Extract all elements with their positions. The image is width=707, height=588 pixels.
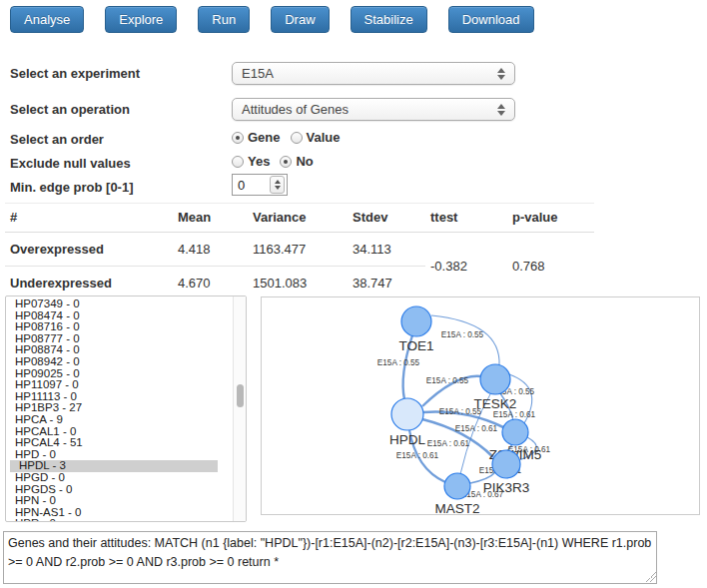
order-gene-radio-label: Gene xyxy=(248,130,281,145)
row-name: Overexpressed xyxy=(5,233,173,267)
edge-label: E15A : 0.55 xyxy=(377,358,420,367)
exclude-yes-radio[interactable] xyxy=(232,156,244,168)
col-header-ttest: ttest xyxy=(425,204,507,233)
gene-list-item[interactable]: HPCAL4 - 51 xyxy=(6,437,232,449)
toolbar-button-analyse[interactable]: Analyse xyxy=(10,6,84,33)
operation-label: Select an operation xyxy=(10,102,130,117)
row-mean: 4.670 xyxy=(173,267,248,300)
toolbar-button-draw[interactable]: Draw xyxy=(271,6,329,33)
col-header-hash: # xyxy=(5,204,173,233)
exclude-null-radio-group: Yes No xyxy=(232,154,320,169)
row-variance: 1501.083 xyxy=(248,267,348,300)
gene-list-item[interactable]: HP07349 - 0 xyxy=(6,298,232,310)
network-node-hpdl[interactable] xyxy=(391,398,423,430)
edge-label: E15A : 0.61 xyxy=(396,451,439,460)
network-edge xyxy=(431,315,499,365)
experiment-label: Select an experiment xyxy=(10,66,140,81)
network-node-mast2[interactable] xyxy=(444,473,470,499)
gene-list-item[interactable]: HP08942 - 0 xyxy=(6,356,232,368)
toolbar-button-run[interactable]: Run xyxy=(198,6,250,33)
edge-label: E15A : 0.61 xyxy=(455,424,498,433)
order-radio-group: Gene Value xyxy=(232,130,346,145)
col-header-variance: Variance xyxy=(248,204,348,233)
network-node-label: TOE1 xyxy=(398,338,433,353)
pvalue-value: 0.768 xyxy=(507,233,594,300)
edge-label: E15A : 0.55 xyxy=(426,376,469,385)
gene-list: HP07349 - 0HP08474 - 0HP08716 - 0HP08777… xyxy=(6,298,232,521)
row-name: Underexpressed xyxy=(5,267,173,300)
scrollbar-thumb[interactable] xyxy=(237,384,244,407)
network-panel: E15A : 0.55E15A : 0.55E15A : 0.55E15A : … xyxy=(261,296,700,515)
row-variance: 1163.477 xyxy=(248,233,348,267)
network-node-toe1[interactable] xyxy=(401,306,431,336)
network-node-label: TESK2 xyxy=(474,396,517,411)
network-node-tesk2[interactable] xyxy=(480,364,510,394)
chevron-up-down-icon xyxy=(497,68,505,80)
min-edge-prob-input[interactable]: 0 xyxy=(232,174,288,196)
exclude-yes-radio-label: Yes xyxy=(248,154,270,169)
app-root: AnalyseExploreRunDrawStabilizeDownload S… xyxy=(0,0,707,588)
gene-list-item[interactable]: HPN - 0 xyxy=(6,495,232,507)
order-value-radio-label: Value xyxy=(307,130,341,145)
gene-list-item[interactable]: HPGD - 0 xyxy=(6,472,232,484)
gene-list-item[interactable]: HPCA - 9 xyxy=(6,414,232,426)
toolbar-button-download[interactable]: Download xyxy=(448,6,534,33)
gene-listbox[interactable]: HP07349 - 0HP08474 - 0HP08716 - 0HP08777… xyxy=(5,295,247,522)
col-header-mean: Mean xyxy=(173,204,248,233)
min-edge-prob-value: 0 xyxy=(238,178,245,193)
row-stdev: 34.113 xyxy=(348,233,425,267)
col-header-stdev: Stdev xyxy=(348,204,425,233)
min-edge-prob-label: Min. edge prob [0-1] xyxy=(10,180,134,195)
toolbar: AnalyseExploreRunDrawStabilizeDownload xyxy=(10,6,534,33)
stats-header-row: # Mean Variance Stdev ttest p-value xyxy=(5,204,594,233)
exclude-no-radio-label: No xyxy=(296,154,313,169)
row-mean: 4.418 xyxy=(173,233,248,267)
row-stdev: 38.747 xyxy=(348,267,425,300)
experiment-select[interactable]: E15A xyxy=(232,62,515,85)
operation-select-value: Attitudes of Genes xyxy=(242,102,349,117)
gene-list-item[interactable]: HP11097 - 0 xyxy=(6,379,232,391)
order-label: Select an order xyxy=(10,132,104,147)
network-svg[interactable]: E15A : 0.55E15A : 0.55E15A : 0.55E15A : … xyxy=(262,297,699,514)
table-row: Overexpressed 4.418 1163.477 34.113 -0.3… xyxy=(5,233,594,267)
stats-table: # Mean Variance Stdev ttest p-value Over… xyxy=(5,203,594,299)
order-gene-radio[interactable] xyxy=(232,132,244,144)
exclude-no-radio[interactable] xyxy=(280,156,292,168)
network-node-zswim5[interactable] xyxy=(502,419,528,445)
query-textarea[interactable]: Genes and their attitudes: MATCH (n1 {la… xyxy=(3,531,657,584)
network-node-pik3r3[interactable] xyxy=(492,450,520,478)
edge-label: E15A : 0.61 xyxy=(427,439,470,448)
edge-label: E15A : 0.55 xyxy=(441,330,484,339)
toolbar-button-explore[interactable]: Explore xyxy=(105,6,177,33)
order-value-radio[interactable] xyxy=(291,132,303,144)
ttest-value: -0.382 xyxy=(425,233,507,300)
operation-select[interactable]: Attitudes of Genes xyxy=(232,98,515,121)
experiment-select-value: E15A xyxy=(242,66,274,81)
edge-label: E15A : 0.61 xyxy=(493,410,536,419)
exclude-null-label: Exclude null values xyxy=(10,156,131,171)
chevron-up-down-icon xyxy=(497,104,505,116)
gene-list-item[interactable]: HPR - 0 xyxy=(6,518,232,522)
network-node-label: HPDL xyxy=(389,432,426,447)
toolbar-button-stabilize[interactable]: Stabilize xyxy=(351,6,427,33)
col-header-pvalue: p-value xyxy=(507,204,594,233)
network-node-label: PIK3R3 xyxy=(483,480,530,495)
number-stepper-icon[interactable] xyxy=(270,176,285,194)
gene-list-scrollbar[interactable] xyxy=(233,296,246,521)
network-node-label: MAST2 xyxy=(434,501,479,514)
